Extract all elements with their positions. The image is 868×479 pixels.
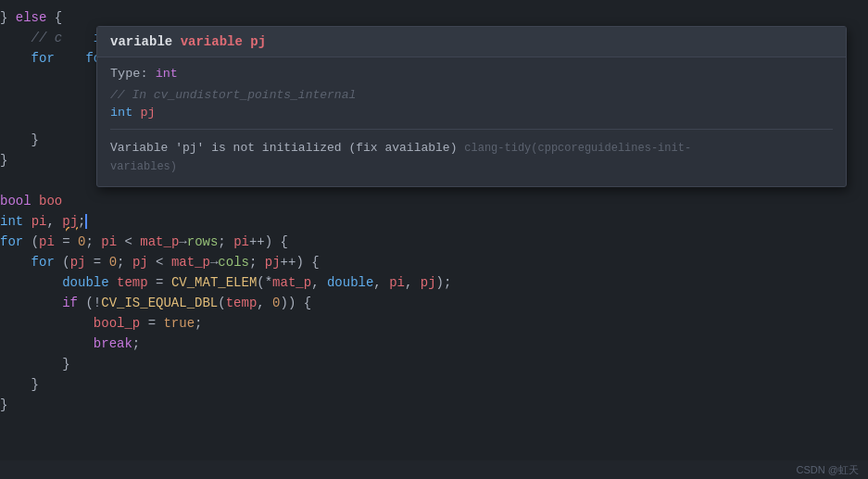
code-line: int pi, pj;: [0, 211, 868, 232]
code-line: }: [0, 395, 868, 415]
code-line: if (!CV_IS_EQUAL_DBL(temp, 0)) {: [0, 293, 868, 313]
tooltip-type-line: Type: int: [110, 67, 833, 81]
code-line: }: [0, 374, 868, 395]
tooltip-comment: // In cv_undistort_points_internal: [110, 88, 833, 102]
tooltip-decl: int pj: [110, 106, 833, 120]
code-line: double temp = CV_MAT_ELEM(*mat_p, double…: [0, 272, 868, 293]
tooltip-keyword: variable: [110, 34, 181, 49]
code-line: bool_p = true;: [0, 313, 868, 334]
editor-container: } else { // c int pi, pj; for for (pi = …: [0, 0, 868, 479]
warning-text: Variable 'pj' is not initialized (fix av…: [110, 141, 457, 155]
tooltip-warning: Variable 'pj' is not initialized (fix av…: [110, 129, 833, 175]
code-area: } else { // c int pi, pj; for for (pi = …: [0, 0, 868, 460]
tooltip-popup: variable variable pj Type: int // In cv_…: [96, 26, 847, 187]
code-line: }: [0, 354, 868, 374]
code-line: for (pj = 0; pj < mat_p→cols; pj++) {: [0, 252, 868, 272]
tooltip-header: variable variable pj: [97, 27, 846, 57]
code-line: bool boo: [0, 191, 868, 211]
tooltip-varname: variable pj: [181, 34, 266, 49]
csdn-label: CSDN @虹天: [797, 463, 859, 477]
code-line: break;: [0, 334, 868, 354]
code-line: for (pi = 0; pi < mat_p→rows; pi++) {: [0, 232, 868, 252]
code-line: } else {: [0, 7, 868, 28]
type-value: int: [156, 67, 178, 81]
type-label: Type:: [110, 67, 148, 81]
status-bar: CSDN @虹天: [0, 460, 868, 479]
tooltip-body: Type: int // In cv_undistort_points_inte…: [97, 57, 846, 186]
